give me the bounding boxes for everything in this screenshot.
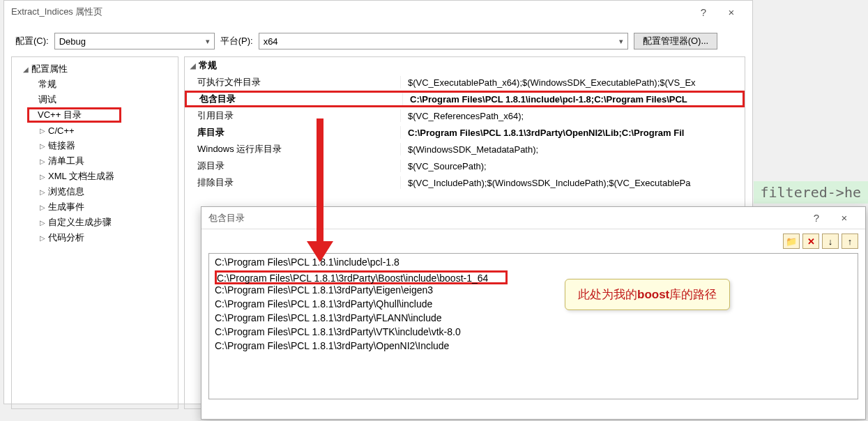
triangle-right-icon: ▷ [38, 127, 47, 135]
tree-item-label: XML 文档生成器 [48, 170, 114, 183]
tree-item-label: 自定义生成步骤 [48, 216, 112, 229]
callout-prefix: 此处为我的 [578, 288, 637, 301]
grid-header: ◢常规 [185, 57, 745, 74]
triangle-right-icon: ▷ [38, 188, 47, 196]
tree-item-label: C/C++ [48, 125, 75, 136]
tree-item-codeanalysis[interactable]: ▷代码分析 [15, 230, 175, 245]
tree-item-manifest[interactable]: ▷清单工具 [15, 153, 175, 169]
prop-value[interactable]: $(VC_ReferencesPath_x64); [401, 111, 745, 121]
tree-item-label: 浏览信息 [48, 185, 84, 198]
path-line[interactable]: C:\Program Files\PCL 1.8.1\3rdParty\Qhul… [215, 298, 852, 312]
tree-item-label: 清单工具 [48, 155, 84, 167]
move-down-button[interactable]: ↓ [822, 234, 839, 249]
triangle-right-icon: ▷ [38, 204, 47, 211]
triangle-right-icon: ▷ [38, 234, 47, 242]
prop-value[interactable]: $(VC_IncludePath);$(WindowsSDK_IncludePa… [401, 178, 745, 188]
tree-item-label: 生成事件 [48, 201, 84, 213]
callout-bold: boost [637, 288, 669, 301]
tree-item-label: 代码分析 [48, 231, 84, 244]
background-code-snippet: filtered->he [754, 181, 869, 204]
grid-row-src-dirs[interactable]: 源目录$(VC_SourcePath); [185, 158, 745, 174]
prop-name: 源目录 [185, 160, 401, 172]
grid-row-winrt-dirs[interactable]: Windows 运行库目录$(WindowsSDK_MetadataPath); [185, 141, 745, 158]
include-dirs-popup: 包含目录 ? × 📁 ✕ ↓ ↑ C:\Program Files\PCL 1.… [201, 206, 866, 420]
grid-row-include-dirs[interactable]: 包含目录C:\Program Files\PCL 1.8.1\include\p… [185, 91, 745, 107]
new-line-button[interactable]: 📁 [783, 234, 800, 249]
config-combo[interactable]: Debug [54, 33, 215, 49]
prop-value[interactable]: C:\Program Files\PCL 1.8.1\3rdParty\Open… [401, 128, 745, 138]
config-tree[interactable]: ◢配置属性 常规 调试 VC++ 目录 ▷C/C++ ▷链接器 ▷清单工具 ▷X… [11, 56, 178, 409]
popup-title-bar: 包含目录 ? × [201, 207, 865, 229]
help-icon[interactable]: ? [802, 212, 830, 224]
title-bar: Extract_Indices 属性页 ? × [4, 1, 752, 23]
tree-item-xmldoc[interactable]: ▷XML 文档生成器 [15, 169, 175, 184]
triangle-right-icon: ▷ [38, 219, 47, 227]
path-line[interactable]: C:\Program Files\PCL 1.8.1\3rdParty\Open… [215, 340, 852, 354]
platform-label: 平台(P): [220, 35, 253, 47]
prop-name: 排除目录 [185, 176, 401, 189]
popup-toolbar: 📁 ✕ ↓ ↑ [201, 229, 865, 250]
tree-item-debug[interactable]: 调试 [15, 92, 175, 107]
move-up-button[interactable]: ↑ [842, 234, 858, 249]
help-icon[interactable]: ? [690, 6, 717, 18]
platform-combo[interactable]: x64 [259, 33, 628, 49]
close-icon[interactable]: × [830, 212, 858, 224]
config-label: 配置(C): [15, 35, 49, 47]
triangle-down-icon: ◢ [22, 66, 30, 73]
grid-row-exec-dirs[interactable]: 可执行文件目录$(VC_ExecutablePath_x64);$(Window… [185, 74, 745, 91]
triangle-right-icon: ▷ [38, 173, 47, 181]
triangle-right-icon: ▷ [38, 142, 47, 150]
prop-name: 可执行文件目录 [185, 76, 401, 89]
delete-line-button[interactable]: ✕ [802, 234, 819, 249]
window-title: Extract_Indices 属性页 [11, 6, 103, 18]
prop-name: 引用目录 [185, 109, 401, 122]
config-row: 配置(C): Debug 平台(P): x64 配置管理器(O)... [4, 23, 752, 56]
tree-item-ccpp[interactable]: ▷C/C++ [15, 123, 175, 138]
triangle-right-icon: ▷ [38, 158, 47, 165]
tree-item-buildevents[interactable]: ▷生成事件 [15, 199, 175, 215]
callout-suffix: 库的路径 [669, 288, 717, 301]
path-line[interactable]: C:\Program Files\PCL 1.8.1\3rdParty\FLAN… [215, 312, 852, 326]
path-line[interactable]: C:\Program Files\PCL 1.8.1\3rdParty\Eige… [215, 284, 852, 298]
prop-value[interactable]: C:\Program Files\PCL 1.8.1\include\pcl-1… [403, 94, 743, 105]
triangle-down-icon: ◢ [189, 62, 197, 70]
grid-row-exclude-dirs[interactable]: 排除目录$(VC_IncludePath);$(WindowsSDK_Inclu… [185, 174, 745, 191]
popup-path-list[interactable]: C:\Program Files\PCL 1.8.1\include\pcl-1… [208, 253, 858, 399]
prop-value[interactable]: $(WindowsSDK_MetadataPath); [401, 144, 745, 155]
path-line[interactable]: C:\Program Files\PCL 1.8.1\3rdParty\VTK\… [215, 326, 852, 340]
path-line-boost[interactable]: C:\Program Files\PCL 1.8.1\3rdParty\Boos… [215, 270, 508, 284]
close-icon[interactable]: × [717, 6, 745, 18]
popup-title: 包含目录 [208, 212, 245, 224]
tree-item-custombuild[interactable]: ▷自定义生成步骤 [15, 215, 175, 230]
prop-value[interactable]: $(VC_SourcePath); [401, 161, 745, 171]
tree-item-browseinfo[interactable]: ▷浏览信息 [15, 184, 175, 199]
grid-row-lib-dirs[interactable]: 库目录C:\Program Files\PCL 1.8.1\3rdParty\O… [185, 124, 745, 141]
tree-item-vcpp-dirs[interactable]: VC++ 目录 [27, 107, 121, 123]
config-value: Debug [59, 36, 86, 47]
tree-root-label: 配置属性 [31, 63, 68, 75]
tree-item-general[interactable]: 常规 [15, 77, 175, 92]
grid-row-ref-dirs[interactable]: 引用目录$(VC_ReferencesPath_x64); [185, 107, 745, 124]
prop-name: 库目录 [185, 126, 401, 139]
callout-annotation: 此处为我的boost库的路径 [565, 279, 730, 310]
platform-value: x64 [264, 36, 278, 47]
tree-root[interactable]: ◢配置属性 [15, 61, 175, 77]
prop-value[interactable]: $(VC_ExecutablePath_x64);$(WindowsSDK_Ex… [401, 77, 745, 88]
path-line[interactable]: C:\Program Files\PCL 1.8.1\include\pcl-1… [215, 257, 852, 270]
prop-name: Windows 运行库目录 [185, 143, 401, 155]
tree-item-label: 链接器 [48, 139, 75, 152]
tree-item-linker[interactable]: ▷链接器 [15, 138, 175, 153]
prop-name: 包含目录 [187, 93, 403, 105]
config-manager-button[interactable]: 配置管理器(O)... [634, 33, 718, 49]
grid-header-label: 常规 [199, 59, 217, 72]
